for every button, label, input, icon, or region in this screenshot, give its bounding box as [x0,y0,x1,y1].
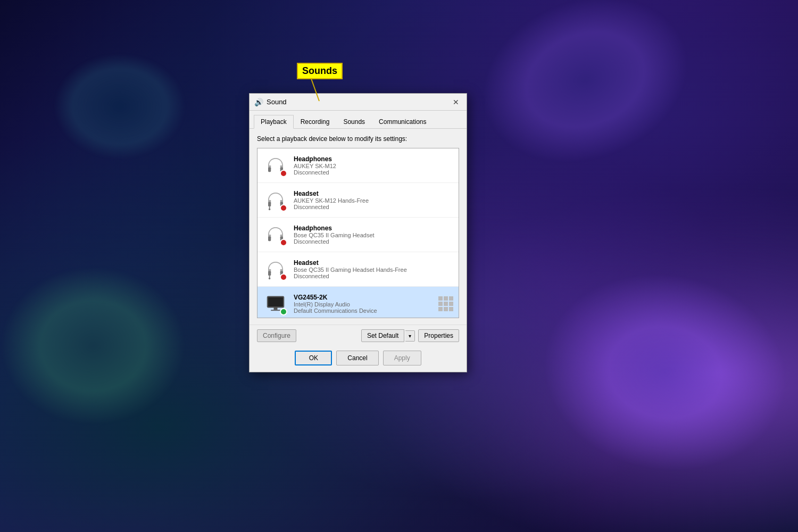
svg-point-6 [269,209,271,211]
device-status-2: Disconnected [294,204,453,210]
configure-button[interactable]: Configure [257,329,296,342]
dialog-title: Sound [267,98,450,106]
close-button[interactable]: ✕ [450,96,462,108]
device-name-1: Headphones [294,155,453,163]
device-name-5: VG2455-2K [294,294,435,301]
device-sub-3: Bose QC35 II Gaming Headset [294,232,453,238]
properties-button[interactable]: Properties [418,329,459,342]
device-name-4: Headset [294,259,453,267]
svg-rect-16 [271,310,280,311]
device-status-5: Default Communications Device [294,307,435,314]
tab-sounds[interactable]: Sounds [336,115,372,129]
set-default-group: Set Default ▾ [361,329,415,342]
status-dot-5 [280,308,287,315]
bg-splatter-4 [53,53,186,160]
svg-line-0 [311,79,319,101]
tab-recording[interactable]: Recording [294,115,337,129]
set-default-button[interactable]: Set Default [361,329,404,342]
svg-rect-15 [274,307,278,310]
ok-cancel-row: OK Cancel Apply [250,346,467,372]
bottom-action-bar: Configure Set Default ▾ Properties [250,325,467,346]
device-name-2: Headset [294,190,453,197]
set-default-dropdown[interactable]: ▾ [405,330,415,342]
svg-point-12 [269,278,271,280]
bg-splatter-3 [0,266,186,426]
device-name-3: Headphones [294,225,453,232]
device-sub-1: AUKEY SK-M12 [294,163,453,169]
annotation-label: Sounds [297,63,343,79]
status-dot-2 [280,204,287,212]
device-info-1: Headphones AUKEY SK-M12 Disconnected [294,155,453,176]
device-info-5: VG2455-2K Intel(R) Display Audio Default… [294,294,435,314]
device-icon-2 [263,187,288,213]
device-icon-1 [263,153,288,178]
device-icon-3 [263,222,288,247]
svg-rect-9 [268,271,271,276]
device-icon-5 [263,291,288,317]
cancel-button[interactable]: Cancel [336,351,378,365]
svg-rect-3 [268,202,271,207]
device-list[interactable]: Headphones AUKEY SK-M12 Disconnected [257,148,459,318]
sound-dialog: 🔊 Sound ✕ Playback Recording Sounds Comm… [249,93,467,372]
device-item-headset-bose[interactable]: Headset Bose QC35 II Gaming Headset Hand… [257,252,459,287]
device-status-3: Disconnected [294,238,453,245]
status-dot-1 [280,170,287,177]
device-sub-2: AUKEY SK-M12 Hands-Free [294,197,453,204]
tab-communications[interactable]: Communications [372,115,433,129]
instruction-text: Select a playback device below to modify… [257,135,459,143]
dialog-titlebar: 🔊 Sound ✕ [250,94,467,111]
device-icon-4 [263,256,288,282]
device-status-4: Disconnected [294,273,453,279]
device-status-1: Disconnected [294,169,453,176]
volume-bars-5 [438,296,453,311]
dialog-title-icon: 🔊 [254,97,263,107]
apply-button[interactable]: Apply [383,351,421,365]
tab-playback[interactable]: Playback [254,115,294,129]
device-sub-5: Intel(R) Display Audio [294,301,435,307]
device-info-4: Headset Bose QC35 II Gaming Headset Hand… [294,259,453,279]
svg-rect-14 [268,297,283,307]
tab-bar: Playback Recording Sounds Communications [250,111,467,129]
annotation-arrow [309,79,330,105]
dialog-content: Select a playback device below to modify… [250,129,467,325]
device-info-3: Headphones Bose QC35 II Gaming Headset D… [294,225,453,245]
device-item-vg2455[interactable]: VG2455-2K Intel(R) Display Audio Default… [257,287,459,318]
ok-button[interactable]: OK [295,351,332,365]
device-item-headphones-bose[interactable]: Headphones Bose QC35 II Gaming Headset D… [257,218,459,252]
status-dot-4 [280,273,287,281]
device-item-headphones-aukey[interactable]: Headphones AUKEY SK-M12 Disconnected [257,148,459,183]
device-item-headset-aukey[interactable]: Headset AUKEY SK-M12 Hands-Free Disconne… [257,183,459,218]
device-info-2: Headset AUKEY SK-M12 Hands-Free Disconne… [294,190,453,210]
svg-rect-1 [268,168,271,172]
status-dot-3 [280,239,287,246]
svg-rect-7 [268,237,271,242]
device-sub-4: Bose QC35 II Gaming Headset Hands-Free [294,267,453,273]
